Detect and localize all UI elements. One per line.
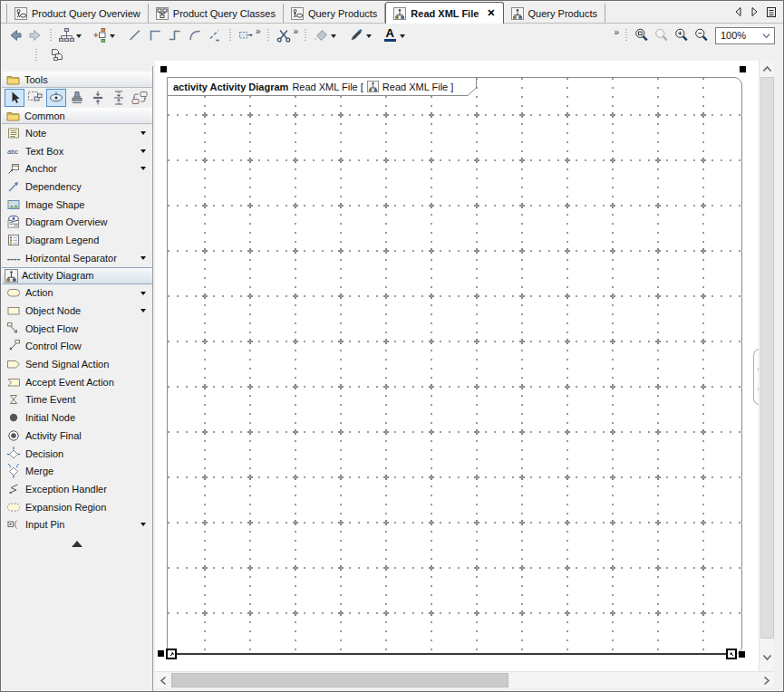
activity-frame[interactable] <box>167 77 742 655</box>
chevron-down-icon[interactable] <box>140 256 146 263</box>
palette-item-activity-final[interactable]: Activity Final <box>2 427 152 445</box>
zoom-selection-button[interactable] <box>652 25 672 45</box>
zoom-in-button[interactable] <box>672 25 692 45</box>
more-options-chevron[interactable]: » <box>294 26 298 36</box>
chevron-down-icon[interactable] <box>140 523 146 529</box>
stamper-tool-button[interactable] <box>67 89 87 107</box>
zoom-to-region-button[interactable] <box>632 25 652 45</box>
scroll-up-button[interactable] <box>760 61 775 76</box>
palette-item-initial-node[interactable]: Initial Node <box>2 408 152 427</box>
tab-list-icon[interactable] <box>766 6 777 18</box>
selection-handle-top-right[interactable] <box>740 66 746 72</box>
palette-item-dependency[interactable]: Dependency <box>2 178 152 196</box>
palette-item-note[interactable]: Note <box>2 124 152 142</box>
chevron-down-icon[interactable] <box>331 34 336 41</box>
zoom-level-combobox[interactable]: 100% <box>715 27 775 44</box>
next-tab-icon[interactable] <box>750 6 760 17</box>
chevron-down-icon[interactable] <box>110 34 115 41</box>
close-tab-icon[interactable]: ✕ <box>487 7 495 19</box>
horizontal-scrollbar-thumb[interactable] <box>171 673 508 687</box>
format-copier-button[interactable] <box>236 25 256 45</box>
resize-handle-right[interactable] <box>726 649 737 659</box>
palette-scroll-up-button[interactable] <box>2 537 152 550</box>
chevron-down-icon[interactable] <box>140 167 146 173</box>
palette-item-send-signal-action[interactable]: Send Signal Action <box>2 355 152 373</box>
more-options-chevron[interactable]: » <box>614 27 618 37</box>
connector-straight-button[interactable] <box>125 25 145 45</box>
chevron-down-icon[interactable] <box>140 149 146 156</box>
toolbar-grip <box>228 29 232 43</box>
connector-curved-button[interactable] <box>185 25 205 45</box>
palette-item-decision[interactable]: Decision <box>2 445 152 463</box>
palette-item-text-box[interactable]: abc Text Box <box>2 142 152 160</box>
palette-item-label: Input Pin <box>25 519 64 530</box>
forward-button[interactable] <box>25 25 45 45</box>
palette-item-expansion-region[interactable]: Expansion Region <box>2 498 152 516</box>
palette-item-horizontal-separator[interactable]: ---- Horizontal Separator <box>2 249 152 267</box>
resize-handle-left[interactable] <box>166 649 177 659</box>
palette-item-input-pin[interactable]: Input Pin <box>2 515 152 533</box>
back-button[interactable] <box>5 25 25 45</box>
connector-oblique-button[interactable] <box>165 25 185 45</box>
chevron-down-icon[interactable] <box>76 34 82 41</box>
cursor-tool-button[interactable] <box>5 89 24 107</box>
palette-item-object-node[interactable]: Object Node <box>2 302 152 320</box>
palette-item-image-shape[interactable]: Image Shape <box>2 196 152 214</box>
scroll-right-button[interactable] <box>759 672 774 688</box>
palette-item-merge[interactable]: Merge <box>2 462 152 480</box>
cut-button[interactable] <box>274 25 294 45</box>
scroll-left-button[interactable] <box>155 672 170 688</box>
scissors-icon <box>276 27 292 43</box>
selection-handle-bottom-right[interactable] <box>739 651 745 658</box>
chevron-up-icon <box>762 65 772 72</box>
chevron-down-icon[interactable] <box>140 131 146 138</box>
vertical-scrollbar[interactable] <box>759 61 774 671</box>
layout-diagram-button[interactable] <box>56 25 76 45</box>
swap-diagram-element-button[interactable] <box>130 89 150 107</box>
selection-handle-bottom-left[interactable] <box>158 650 164 657</box>
compress-horizontal-button[interactable] <box>88 89 108 107</box>
section-header-activity-diagram[interactable]: Activity Diagram <box>2 267 152 284</box>
tab-query-products-1[interactable]: Query Products <box>284 4 385 23</box>
line-style-button[interactable] <box>346 25 366 45</box>
nicknamer-button[interactable] <box>47 45 67 65</box>
tab-product-query-overview[interactable]: Product Query Overview <box>6 4 149 23</box>
palette-item-diagram-overview[interactable]: Diagram Overview <box>2 213 152 231</box>
pen-icon <box>348 27 364 43</box>
more-options-chevron[interactable]: » <box>256 26 260 36</box>
magnet-tool-button[interactable] <box>46 89 66 107</box>
tab-product-query-classes[interactable]: Product Query Classes <box>149 4 284 23</box>
section-header-common[interactable]: Common <box>2 108 152 124</box>
palette-item-accept-event-action[interactable]: Accept Event Action <box>2 373 152 391</box>
chevron-down-icon[interactable] <box>400 34 405 41</box>
add-connected-shape-button[interactable] <box>90 25 110 45</box>
palette-item-time-event[interactable]: Time Event <box>2 391 152 409</box>
connector-rectilinear-button[interactable] <box>145 25 165 45</box>
palette-item-exception-handler[interactable]: Exception Handler <box>2 480 152 498</box>
scroll-down-button[interactable] <box>760 649 775 665</box>
tab-read-xml-file[interactable]: Read XML File ✕ <box>385 2 503 24</box>
palette-item-object-flow[interactable]: Object Flow <box>2 320 152 338</box>
vertical-scrollbar-thumb[interactable] <box>760 77 774 639</box>
font-color-button[interactable]: A <box>380 25 400 45</box>
palette-item-diagram-legend[interactable]: Diagram Legend <box>2 231 152 249</box>
palette-item-anchor[interactable]: Anchor <box>2 159 152 178</box>
compress-vertical-button[interactable] <box>109 89 129 107</box>
section-header-tools[interactable]: Tools <box>2 72 152 88</box>
fill-color-button[interactable] <box>311 25 331 45</box>
chevron-down-icon[interactable] <box>140 309 146 315</box>
section-label: Activity Diagram <box>22 270 93 281</box>
horizontal-scrollbar[interactable] <box>155 671 774 687</box>
selection-handle-top-left[interactable] <box>160 66 167 72</box>
previous-tab-icon[interactable] <box>733 6 743 17</box>
sweeper-tool-button[interactable] <box>25 89 45 107</box>
diagram-canvas[interactable]: activity Activity Diagram Read XML File … <box>155 61 759 671</box>
chevron-down-icon[interactable] <box>366 34 372 41</box>
tab-query-products-2[interactable]: Query Products <box>504 4 605 23</box>
chevron-down-icon[interactable] <box>140 292 146 298</box>
zoom-out-button[interactable] <box>692 25 711 45</box>
palette-item-label: Activity Final <box>25 430 82 441</box>
connector-dashed-button[interactable] <box>205 25 225 45</box>
palette-item-control-flow[interactable]: Control Flow <box>2 338 152 356</box>
palette-item-action[interactable]: Action <box>2 284 152 303</box>
